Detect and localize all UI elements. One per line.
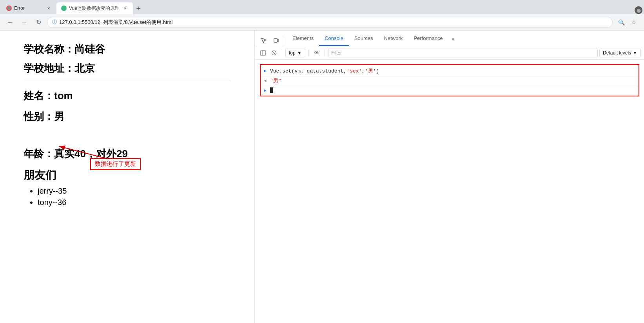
name-field: 姓名：tom	[24, 89, 231, 103]
tab-favicon-vue	[61, 5, 67, 11]
address-bar: ← → ↻ ⓘ 127.0.0.1:5500/12_列表渲染/8.Vue.set…	[0, 14, 644, 31]
device-toolbar-button[interactable]	[271, 35, 282, 46]
console-line-1: ◀ "男"	[261, 76, 639, 86]
gender-field: 性别：男	[24, 110, 231, 123]
tab-network[interactable]: Network	[379, 31, 408, 46]
prompt-caret: ▶	[264, 87, 268, 93]
friends-title: 朋友们	[24, 168, 231, 183]
age-field: 年龄：真实40，对外29	[24, 147, 231, 161]
devtools-tabs: Elements Console Sources Network Perform…	[255, 31, 644, 46]
console-toolbar-sep2	[308, 49, 309, 56]
eye-button[interactable]: 👁	[312, 48, 321, 58]
tab-favicon-error	[6, 5, 12, 11]
svg-rect-2	[274, 38, 277, 42]
console-toolbar: top ▼ 👁 Default levels ▼	[255, 46, 644, 60]
window-close-btn[interactable]: ⬤	[635, 6, 642, 14]
more-tabs-button[interactable]: »	[448, 31, 457, 46]
tab-console[interactable]: Console	[319, 31, 349, 46]
tab-bar: Error ✕ Vue监测数据改变的原理 ✕ + ⬤	[0, 0, 644, 14]
divider	[24, 81, 231, 81]
address-actions: 🔍 ☆	[616, 17, 639, 28]
friend-item-0: jerry--35	[38, 187, 231, 196]
forward-button[interactable]: →	[19, 17, 30, 28]
tab-performance[interactable]: Performance	[408, 31, 448, 46]
bookmark-button[interactable]: ☆	[628, 17, 639, 28]
back-button[interactable]: ←	[5, 17, 16, 28]
tab-vue-label: Vue监测数据改变的原理	[69, 5, 120, 12]
console-sidebar-button[interactable]	[258, 48, 268, 58]
console-output-box: ▶ Vue.set(vm._data.student,'sex','男') ◀ …	[260, 64, 639, 96]
new-tab-button[interactable]: +	[133, 3, 144, 14]
console-return-0: "男"	[270, 78, 281, 85]
tab-close-vue[interactable]: ✕	[122, 5, 128, 11]
console-toolbar-sep	[282, 49, 282, 56]
filter-input[interactable]	[328, 49, 598, 57]
reload-button[interactable]: ↻	[33, 17, 44, 28]
friend-item-1: tony--36	[38, 198, 231, 207]
tab-close-error[interactable]: ✕	[45, 5, 52, 11]
tab-error[interactable]: Error ✕	[2, 2, 56, 14]
tab-sources[interactable]: Sources	[349, 31, 379, 46]
levels-selector[interactable]: Default levels ▼	[599, 49, 641, 57]
friend-list: jerry--35 tony--36	[38, 187, 231, 207]
window-controls: ⬤	[635, 6, 642, 14]
console-toolbar-sep3	[325, 49, 325, 56]
console-prompt[interactable]: ▶	[261, 86, 639, 94]
console-clear-button[interactable]	[269, 48, 279, 58]
secure-icon: ⓘ	[52, 19, 57, 25]
url-bar[interactable]: ⓘ 127.0.0.1:5500/12_列表渲染/8.Vue.set的使用.ht…	[47, 17, 613, 28]
school-addr: 学校地址：北京	[24, 62, 231, 75]
page-content: 学校名称：尚硅谷 学校地址：北京 姓名：tom 性别：男 数据进行了更新 年龄：…	[0, 31, 255, 323]
browser-chrome: Error ✕ Vue监测数据改变的原理 ✕ + ⬤ ← → ↻ ⓘ 127.0…	[0, 0, 644, 31]
tabs-separator	[285, 36, 285, 46]
main-content: 学校名称：尚硅谷 学校地址：北京 姓名：tom 性别：男 数据进行了更新 年龄：…	[0, 31, 644, 323]
zoom-button[interactable]: 🔍	[616, 17, 627, 28]
context-selector[interactable]: top ▼	[285, 49, 305, 57]
svg-rect-4	[261, 51, 265, 55]
devtools-panel: Elements Console Sources Network Perform…	[255, 31, 644, 323]
svg-line-7	[273, 51, 276, 54]
caret-1: ◀	[264, 78, 268, 84]
console-cursor	[270, 87, 273, 93]
url-text: 127.0.0.1:5500/12_列表渲染/8.Vue.set的使用.html	[59, 19, 172, 26]
school-name: 学校名称：尚硅谷	[24, 42, 231, 56]
tab-elements[interactable]: Elements	[287, 31, 319, 46]
svg-rect-3	[278, 39, 279, 42]
console-text-0: Vue.set(vm._data.student,'sex','男')	[270, 68, 379, 75]
console-line-0: ▶ Vue.set(vm._data.student,'sex','男')	[261, 67, 639, 76]
caret-0[interactable]: ▶	[264, 68, 268, 74]
console-output: ▶ Vue.set(vm._data.student,'sex','男') ◀ …	[255, 60, 644, 323]
inspect-element-button[interactable]	[258, 35, 269, 46]
tab-vue[interactable]: Vue监测数据改变的原理 ✕	[56, 2, 133, 14]
tab-error-label: Error	[14, 5, 25, 11]
